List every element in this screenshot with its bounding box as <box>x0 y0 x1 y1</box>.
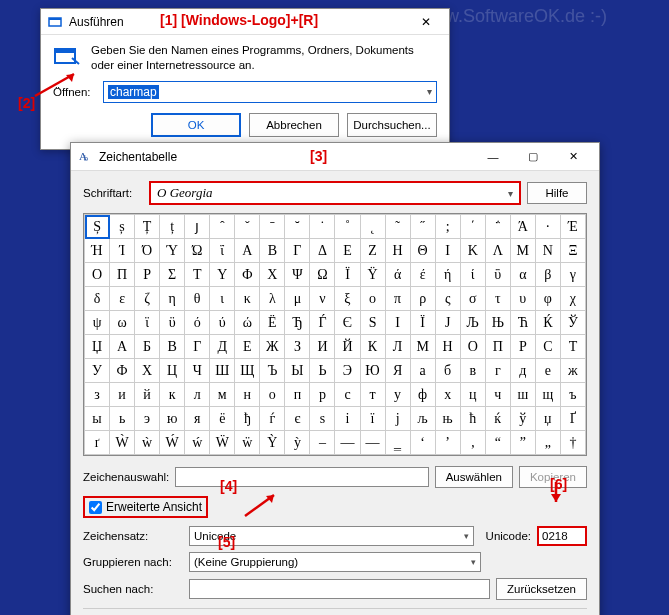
char-cell[interactable]: Ђ <box>285 311 310 335</box>
char-cell[interactable]: Π <box>110 263 135 287</box>
char-cell[interactable]: ϊ <box>135 311 160 335</box>
char-cell[interactable]: Υ <box>210 263 235 287</box>
char-cell[interactable]: ή <box>435 263 460 287</box>
char-cell[interactable]: ˉ <box>260 215 285 239</box>
char-cell[interactable]: Ѓ <box>310 311 335 335</box>
char-cell[interactable]: Ч <box>185 359 210 383</box>
open-combobox[interactable]: charmap ▾ <box>103 81 437 103</box>
char-cell[interactable]: ’ <box>435 431 460 455</box>
char-cell[interactable]: Ъ <box>260 359 285 383</box>
font-select[interactable]: O Georgia ▾ <box>149 181 521 205</box>
chevron-down-icon[interactable]: ▾ <box>427 86 432 97</box>
char-cell[interactable]: ‚ <box>460 431 485 455</box>
minimize-button[interactable]: — <box>473 144 513 170</box>
char-cell[interactable]: х <box>435 383 460 407</box>
char-cell[interactable]: о <box>260 383 285 407</box>
unicode-input[interactable]: 0218 <box>537 526 587 546</box>
char-cell[interactable]: ˛ <box>360 215 385 239</box>
char-cell[interactable]: Θ <box>410 239 435 263</box>
chevron-down-icon[interactable]: ▾ <box>471 557 476 567</box>
char-cell[interactable]: Ў <box>560 311 585 335</box>
char-cell[interactable]: ώ <box>235 311 260 335</box>
char-cell[interactable]: ђ <box>235 407 260 431</box>
copy-button[interactable]: Kopieren <box>519 466 587 488</box>
char-cell[interactable]: Έ <box>560 215 585 239</box>
char-cell[interactable]: Ё <box>260 311 285 335</box>
char-cell[interactable]: Ẅ <box>210 431 235 455</box>
char-cell[interactable]: с <box>335 383 360 407</box>
char-cell[interactable]: Ή <box>85 239 110 263</box>
char-cell[interactable]: Є <box>335 311 360 335</box>
char-cell[interactable]: „ <box>535 431 560 455</box>
char-cell[interactable]: и <box>110 383 135 407</box>
char-cell[interactable]: ― <box>360 431 385 455</box>
char-cell[interactable]: υ <box>510 287 535 311</box>
char-cell[interactable]: й <box>135 383 160 407</box>
char-cell[interactable]: в <box>460 359 485 383</box>
char-cell[interactable]: ξ <box>335 287 360 311</box>
char-cell[interactable]: Ω <box>310 263 335 287</box>
char-cell[interactable]: γ <box>560 263 585 287</box>
char-cell[interactable]: І <box>385 311 410 335</box>
char-cell[interactable]: В <box>160 335 185 359</box>
char-cell[interactable]: Ν <box>535 239 560 263</box>
charmap-titlebar[interactable]: Ab Zeichentabelle — ▢ ✕ <box>71 143 599 171</box>
char-cell[interactable]: ΐ <box>210 239 235 263</box>
char-cell[interactable]: Џ <box>85 335 110 359</box>
char-cell[interactable]: ; <box>435 215 460 239</box>
group-select[interactable]: (Keine Gruppierung) ▾ <box>189 552 481 572</box>
char-cell[interactable]: Ц <box>160 359 185 383</box>
char-cell[interactable]: ˙ <box>310 215 335 239</box>
char-cell[interactable]: Β <box>260 239 285 263</box>
char-cell[interactable]: ψ <box>85 311 110 335</box>
char-cell[interactable]: Њ <box>485 311 510 335</box>
char-cell[interactable]: ы <box>85 407 110 431</box>
char-cell[interactable]: Ψ <box>285 263 310 287</box>
char-cell[interactable]: Ϋ <box>360 263 385 287</box>
char-cell[interactable]: њ <box>435 407 460 431</box>
char-cell[interactable]: Ό <box>135 239 160 263</box>
chevron-down-icon[interactable]: ▾ <box>508 188 513 199</box>
help-button[interactable]: Hilfe <box>527 182 587 204</box>
char-cell[interactable]: Ј <box>435 311 460 335</box>
char-cell[interactable]: ΄ <box>460 215 485 239</box>
char-cell[interactable]: κ <box>235 287 260 311</box>
char-cell[interactable]: ο <box>360 287 385 311</box>
char-cell[interactable]: ‘ <box>410 431 435 455</box>
char-cell[interactable]: п <box>285 383 310 407</box>
char-cell[interactable]: α <box>510 263 535 287</box>
char-cell[interactable]: λ <box>260 287 285 311</box>
char-cell[interactable]: Ф <box>110 359 135 383</box>
char-cell[interactable]: ‗ <box>385 431 410 455</box>
char-cell[interactable]: ˇ <box>235 215 260 239</box>
char-cell[interactable]: Ș <box>85 215 110 239</box>
char-cell[interactable]: д <box>510 359 535 383</box>
char-cell[interactable]: † <box>560 431 585 455</box>
char-cell[interactable]: Й <box>335 335 360 359</box>
char-cell[interactable]: Ш <box>210 359 235 383</box>
char-cell[interactable]: ц <box>460 383 485 407</box>
advanced-check-input[interactable] <box>89 501 102 514</box>
char-cell[interactable]: ѓ <box>260 407 285 431</box>
char-cell[interactable]: μ <box>285 287 310 311</box>
char-cell[interactable]: џ <box>535 407 560 431</box>
char-cell[interactable]: г <box>485 359 510 383</box>
char-cell[interactable]: У <box>85 359 110 383</box>
char-cell[interactable]: Л <box>385 335 410 359</box>
char-cell[interactable]: Р <box>510 335 535 359</box>
char-cell[interactable]: Т <box>560 335 585 359</box>
char-cell[interactable]: Э <box>335 359 360 383</box>
char-cell[interactable]: р <box>310 383 335 407</box>
char-cell[interactable]: Ь <box>310 359 335 383</box>
char-cell[interactable]: ț <box>160 215 185 239</box>
char-cell[interactable]: у <box>385 383 410 407</box>
char-cell[interactable]: θ <box>185 287 210 311</box>
char-cell[interactable]: — <box>335 431 360 455</box>
chevron-down-icon[interactable]: ▾ <box>464 531 469 541</box>
selection-input[interactable] <box>175 467 428 487</box>
char-cell[interactable]: Ϊ <box>335 263 360 287</box>
char-cell[interactable]: Τ <box>185 263 210 287</box>
char-cell[interactable]: Д <box>210 335 235 359</box>
char-cell[interactable]: Ξ <box>560 239 585 263</box>
char-cell[interactable]: ΅ <box>485 215 510 239</box>
